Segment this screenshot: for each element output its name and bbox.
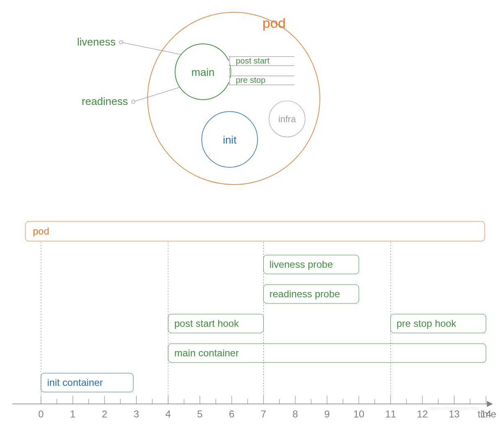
time-axis — [12, 401, 492, 406]
tick-8: 8 — [292, 408, 298, 420]
tick-10: 10 — [353, 408, 365, 420]
tick-4: 4 — [165, 408, 171, 420]
post-start-label: post start — [236, 56, 270, 65]
svg-line-12 — [133, 87, 180, 102]
tick-6: 6 — [229, 408, 234, 420]
timeline-bar-liveness-label: liveness probe — [269, 259, 333, 270]
svg-rect-2 — [228, 61, 235, 65]
svg-point-11 — [119, 41, 123, 44]
tick-13: 13 — [449, 408, 460, 420]
readiness-label: readiness — [82, 95, 128, 107]
svg-rect-3 — [228, 78, 235, 82]
time-axis-label: time — [478, 408, 496, 420]
timeline-bar-readiness-label: readiness probe — [269, 288, 340, 299]
tick-12: 12 — [417, 408, 428, 420]
tick-7: 7 — [261, 408, 266, 420]
diagram-root: pod main post start pre st — [0, 0, 504, 431]
timeline-diagram: https://blog.csdn.net/… pod liveness pro… — [12, 221, 496, 420]
svg-marker-19 — [487, 401, 492, 406]
main-container-circle: main — [175, 44, 235, 100]
timeline-bar-pre-stop-label: pre stop hook — [397, 318, 456, 329]
timeline-bar-post-start-label: post start hook — [174, 318, 239, 329]
svg-line-10 — [121, 42, 181, 55]
time-axis-ticks — [41, 396, 486, 404]
timeline-bar-pod — [25, 221, 485, 241]
liveness-label: liveness — [77, 36, 116, 48]
pre-stop-label: pre stop — [236, 75, 265, 84]
timeline-bar-init-container-label: init container — [47, 377, 103, 388]
readiness-connector — [132, 87, 180, 103]
tick-2: 2 — [102, 408, 107, 420]
tick-0: 0 — [38, 408, 43, 420]
tick-1: 1 — [70, 408, 75, 420]
init-label: init — [223, 134, 237, 146]
timeline-bar-pod-label: pod — [33, 226, 49, 237]
tick-3: 3 — [134, 408, 139, 420]
pod-title: pod — [262, 15, 286, 31]
svg-point-13 — [132, 100, 135, 103]
time-axis-tick-labels: 0 1 2 3 4 5 6 7 8 9 10 11 12 13 14 — [38, 408, 491, 420]
tick-9: 9 — [324, 408, 330, 420]
timeline-bar-main-container-label: main container — [174, 347, 239, 358]
pod-circle — [148, 12, 320, 185]
infra-label: infra — [278, 114, 296, 124]
main-label: main — [192, 66, 214, 78]
pod-diagram: pod main post start pre st — [77, 12, 320, 185]
tick-5: 5 — [197, 408, 203, 420]
tick-11: 11 — [385, 408, 396, 420]
liveness-connector — [119, 41, 181, 55]
